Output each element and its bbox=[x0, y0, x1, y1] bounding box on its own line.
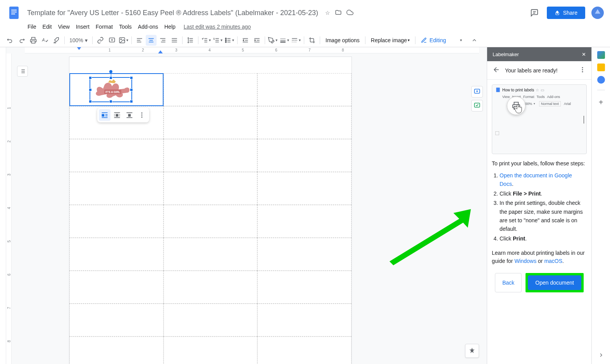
document-page[interactable]: IT'S A GIRL bbox=[69, 57, 352, 364]
label-cell[interactable] bbox=[164, 106, 258, 139]
suggest-edit-button[interactable] bbox=[471, 100, 483, 112]
rotate-handle[interactable] bbox=[109, 70, 112, 73]
wrap-break-button[interactable] bbox=[124, 109, 135, 121]
resize-handle-bl[interactable] bbox=[89, 100, 92, 103]
menu-addons[interactable]: Add-ons bbox=[135, 23, 161, 31]
label-cell-selected[interactable]: IT'S A GIRL bbox=[69, 73, 164, 106]
label-cell[interactable] bbox=[257, 106, 352, 139]
indent-marker-left-icon[interactable] bbox=[77, 47, 81, 50]
doc-title[interactable]: Template for "Avery US Letter - 5160 Eas… bbox=[25, 8, 321, 18]
print-button[interactable] bbox=[28, 35, 39, 46]
open-document-button[interactable]: Open document bbox=[528, 275, 581, 290]
resize-handle-br[interactable] bbox=[130, 100, 133, 103]
indent-decrease-button[interactable] bbox=[240, 35, 251, 46]
spellcheck-button[interactable]: A bbox=[40, 35, 50, 46]
bulleted-list-button[interactable]: ▾ bbox=[224, 35, 235, 46]
horizontal-ruler[interactable]: 1 2 3 4 5 6 7 8 bbox=[25, 47, 479, 53]
tasks-icon[interactable] bbox=[597, 76, 605, 84]
label-cell[interactable] bbox=[69, 139, 164, 172]
label-cell[interactable] bbox=[257, 139, 352, 172]
keep-icon[interactable] bbox=[597, 64, 605, 71]
back-arrow-icon[interactable] bbox=[493, 66, 500, 75]
undo-button[interactable] bbox=[5, 35, 16, 46]
numbered-list-button[interactable]: 1▾ bbox=[212, 35, 223, 46]
menu-help[interactable]: Help bbox=[162, 23, 178, 31]
align-left-button[interactable] bbox=[134, 35, 145, 46]
menu-tools[interactable]: Tools bbox=[116, 23, 134, 31]
crop-button[interactable] bbox=[307, 35, 317, 46]
align-justify-button[interactable] bbox=[169, 35, 180, 46]
menu-view[interactable]: View bbox=[55, 23, 72, 31]
open-doc-link[interactable]: Open the document in Google Docs bbox=[500, 172, 572, 187]
label-cell[interactable] bbox=[257, 172, 352, 205]
outline-toggle-button[interactable] bbox=[17, 66, 28, 77]
move-to-folder-icon[interactable] bbox=[335, 9, 342, 17]
label-cell[interactable] bbox=[69, 205, 164, 238]
label-cell[interactable] bbox=[257, 238, 352, 271]
resize-handle-mr[interactable] bbox=[130, 88, 133, 91]
label-cell[interactable] bbox=[69, 238, 164, 271]
border-dash-button[interactable]: ▾ bbox=[291, 35, 302, 46]
redo-button[interactable] bbox=[16, 35, 27, 46]
paint-format-button[interactable] bbox=[51, 35, 62, 46]
resize-handle-tl[interactable] bbox=[89, 76, 92, 79]
resize-handle-tm[interactable] bbox=[109, 76, 112, 79]
menu-format[interactable]: Format bbox=[93, 23, 115, 31]
star-icon[interactable]: ☆ bbox=[325, 10, 330, 16]
comment-history-button[interactable] bbox=[528, 7, 541, 19]
image-options-button[interactable]: Image options bbox=[322, 37, 363, 43]
label-cell[interactable] bbox=[164, 238, 258, 271]
menu-file[interactable]: File bbox=[25, 23, 39, 31]
explore-button[interactable] bbox=[465, 344, 479, 358]
hide-menus-button[interactable] bbox=[469, 35, 480, 46]
last-edit-link[interactable]: Last edit was 2 minutes ago bbox=[184, 24, 251, 30]
label-cell[interactable] bbox=[257, 205, 352, 238]
comment-button[interactable] bbox=[107, 35, 117, 46]
border-color-button[interactable]: ▾ bbox=[267, 35, 278, 46]
menu-edit[interactable]: Edit bbox=[40, 23, 55, 31]
docs-logo[interactable] bbox=[6, 5, 22, 21]
share-button[interactable]: Share bbox=[547, 7, 585, 19]
image-selection-box[interactable] bbox=[90, 77, 132, 102]
label-cell[interactable] bbox=[69, 172, 164, 205]
label-cell[interactable] bbox=[164, 304, 258, 337]
back-button[interactable]: Back bbox=[495, 273, 522, 292]
vertical-ruler[interactable]: 1 2 3 4 5 6 7 8 bbox=[6, 53, 12, 364]
zoom-select[interactable]: 100% ▾ bbox=[67, 37, 90, 43]
label-cell[interactable] bbox=[164, 271, 258, 304]
label-cell[interactable] bbox=[69, 337, 164, 364]
wrap-text-button[interactable] bbox=[111, 109, 123, 121]
hide-side-panel-button[interactable] bbox=[598, 352, 604, 359]
wrap-more-button[interactable] bbox=[136, 109, 148, 121]
macos-link[interactable]: macOS bbox=[544, 258, 562, 264]
label-cell[interactable] bbox=[257, 271, 352, 304]
add-comment-button[interactable] bbox=[471, 86, 483, 98]
align-right-button[interactable] bbox=[157, 35, 168, 46]
line-spacing-button[interactable] bbox=[185, 35, 196, 46]
resize-handle-bm[interactable] bbox=[109, 100, 112, 103]
wrap-inline-button[interactable] bbox=[99, 109, 110, 121]
windows-link[interactable]: Windows bbox=[514, 258, 536, 264]
editing-mode-button[interactable]: Editing ▾ bbox=[418, 36, 465, 45]
align-center-button[interactable] bbox=[146, 35, 157, 46]
image-button[interactable]: ▾ bbox=[118, 35, 129, 46]
label-cell[interactable] bbox=[69, 271, 164, 304]
label-cell[interactable] bbox=[164, 205, 258, 238]
resize-handle-tr[interactable] bbox=[130, 76, 133, 79]
label-cell[interactable] bbox=[164, 139, 258, 172]
resize-handle-ml[interactable] bbox=[89, 88, 92, 91]
calendar-icon[interactable] bbox=[597, 51, 605, 59]
checklist-button[interactable]: ▾ bbox=[201, 35, 212, 46]
account-avatar[interactable] bbox=[591, 7, 604, 19]
get-addons-button[interactable]: + bbox=[599, 98, 603, 107]
border-weight-button[interactable]: ▾ bbox=[279, 35, 290, 46]
more-options-icon[interactable] bbox=[579, 66, 586, 74]
indent-increase-button[interactable] bbox=[252, 35, 262, 46]
link-button[interactable] bbox=[95, 35, 106, 46]
label-cell[interactable] bbox=[164, 337, 258, 364]
label-cell[interactable] bbox=[164, 73, 258, 106]
indent-marker-right-icon[interactable] bbox=[158, 50, 163, 53]
cloud-status-icon[interactable] bbox=[346, 9, 353, 17]
label-cell[interactable] bbox=[257, 73, 352, 106]
label-cell[interactable] bbox=[69, 304, 164, 337]
